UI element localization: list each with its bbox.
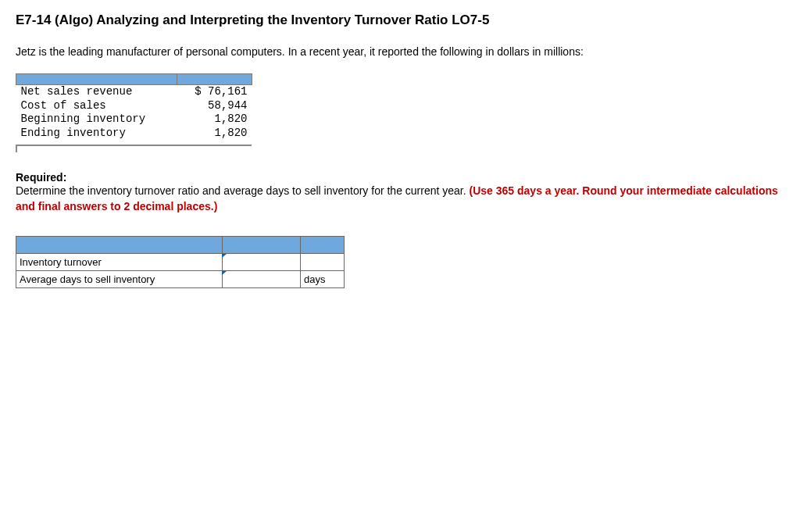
row-value: 58,944 — [177, 99, 252, 113]
table-footer-border — [16, 145, 252, 152]
required-heading: Required: — [16, 171, 784, 184]
input-indicator-icon — [222, 254, 227, 258]
table-header-row — [16, 74, 252, 85]
row-value: $ 76,161 — [177, 85, 252, 99]
row-value: 1,820 — [177, 127, 252, 141]
answer-input-table: Inventory turnover Average days to sell … — [16, 236, 345, 288]
answer-header-cell — [16, 237, 223, 254]
table-row: Net sales revenue $ 76,161 — [16, 85, 252, 99]
required-instructions: Determine the inventory turnover ratio a… — [16, 184, 784, 214]
required-text-plain: Determine the inventory turnover ratio a… — [16, 184, 470, 197]
problem-description: Jetz is the leading manufacturer of pers… — [16, 45, 784, 58]
page-title: E7-14 (Algo) Analyzing and Interpreting … — [16, 12, 784, 28]
row-label: Net sales revenue — [16, 85, 177, 99]
answer-header-cell — [301, 237, 345, 254]
table-row: Ending inventory 1,820 — [16, 127, 252, 141]
table-header-cell — [16, 74, 177, 85]
table-header-cell — [177, 74, 252, 85]
answer-row: Average days to sell inventory days — [16, 271, 345, 288]
financial-data-table: Net sales revenue $ 76,161 Cost of sales… — [16, 73, 252, 140]
table-row: Beginning inventory 1,820 — [16, 112, 252, 127]
answer-row: Inventory turnover — [16, 254, 345, 271]
row-label: Ending inventory — [16, 127, 177, 141]
input-indicator-icon — [222, 271, 227, 275]
answer-unit — [301, 254, 345, 271]
answer-unit: days — [301, 271, 345, 288]
average-days-input[interactable] — [223, 271, 301, 288]
required-section: Required: Determine the inventory turnov… — [16, 171, 784, 214]
table-row: Cost of sales 58,944 — [16, 99, 252, 113]
answer-header-cell — [223, 237, 301, 254]
row-value: 1,820 — [177, 112, 252, 127]
inventory-turnover-input[interactable] — [223, 254, 301, 271]
row-label: Cost of sales — [16, 99, 177, 113]
row-label: Beginning inventory — [16, 112, 177, 127]
answer-label: Average days to sell inventory — [16, 271, 223, 288]
answer-header-row — [16, 237, 345, 254]
answer-label: Inventory turnover — [16, 254, 223, 271]
